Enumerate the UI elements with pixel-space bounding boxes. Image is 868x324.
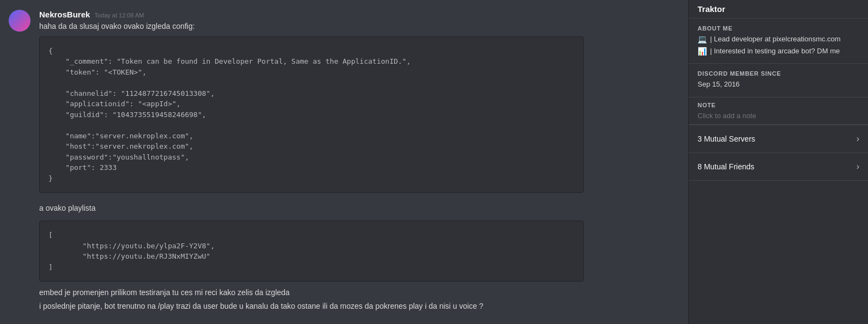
avatar-image xyxy=(9,10,30,32)
member-since-label: DISCORD MEMBER SINCE xyxy=(698,70,859,77)
mutual-servers-chevron-icon: › xyxy=(857,134,859,144)
about-me-row-1: 💻 | Lead developer at pixelcreationsmc.c… xyxy=(698,35,859,44)
message-text-middle: a ovako playlista xyxy=(39,200,688,216)
note-label: NOTE xyxy=(698,102,859,108)
message-text-after2: i poslednje pitanje, bot trenutno na /pl… xyxy=(39,299,688,313)
about-me-section: ABOUT ME 💻 | Lead developer at pixelcrea… xyxy=(689,19,868,64)
about-me-text-2: | Interested in testing arcade bot? DM m… xyxy=(710,47,840,55)
message-text-after1: embed je promenjen prilikom testiranja t… xyxy=(39,286,688,299)
code-block-2: [ "https://youtu.be/ylpa2F-Y2V8", "https… xyxy=(39,221,584,282)
server-name: Traktor xyxy=(689,0,868,19)
text-after2: i poslednje pitanje, bot trenutno na /pl… xyxy=(39,302,484,310)
avatar xyxy=(9,10,30,32)
chat-area: NekrosBurek Today at 12:08 AM haha da da… xyxy=(0,0,688,324)
text-after1: embed je promenjen prilikom testiranja t… xyxy=(39,288,290,297)
member-since-date: Sep 15, 2016 xyxy=(698,80,859,88)
about-me-icon-2: 📊 xyxy=(698,47,707,56)
note-section: NOTE Click to add a note xyxy=(689,102,868,125)
message-content: NekrosBurek Today at 12:08 AM haha da da… xyxy=(39,10,680,197)
message-group: NekrosBurek Today at 12:08 AM haha da da… xyxy=(0,9,688,198)
mutual-section: 3 Mutual Servers › 8 Mutual Friends › xyxy=(689,125,868,181)
code-block-2-wrapper: [ "https://youtu.be/ylpa2F-Y2V8", "https… xyxy=(39,216,688,286)
about-me-icon-1: 💻 xyxy=(698,35,707,44)
mutual-friends-chevron-icon: › xyxy=(857,162,859,172)
mutual-servers-label: 3 Mutual Servers xyxy=(698,135,755,143)
text-middle: a ovako playlista xyxy=(39,204,96,212)
about-me-row-2: 📊 | Interested in testing arcade bot? DM… xyxy=(698,47,859,56)
member-since-section: DISCORD MEMBER SINCE Sep 15, 2016 xyxy=(689,64,868,97)
timestamp: Today at 12:08 AM xyxy=(94,12,144,19)
mutual-friends-row[interactable]: 8 Mutual Friends › xyxy=(689,153,868,181)
mutual-friends-label: 8 Mutual Friends xyxy=(698,162,754,171)
about-me-text-1: | Lead developer at pixelcreationsmc.com xyxy=(710,35,841,43)
about-me-label: ABOUT ME xyxy=(698,25,859,32)
message-header: NekrosBurek Today at 12:08 AM xyxy=(39,10,680,19)
mutual-servers-row[interactable]: 3 Mutual Servers › xyxy=(689,125,868,153)
right-panel: Traktor ABOUT ME 💻 | Lead developer at p… xyxy=(688,0,868,324)
username: NekrosBurek xyxy=(39,10,90,19)
note-input[interactable]: Click to add a note xyxy=(698,112,859,120)
code-block-1: { "_comment": "Token can be found in Dev… xyxy=(39,36,584,193)
message-text-before: haha da da slusaj ovako ovako izgleda co… xyxy=(39,21,680,32)
